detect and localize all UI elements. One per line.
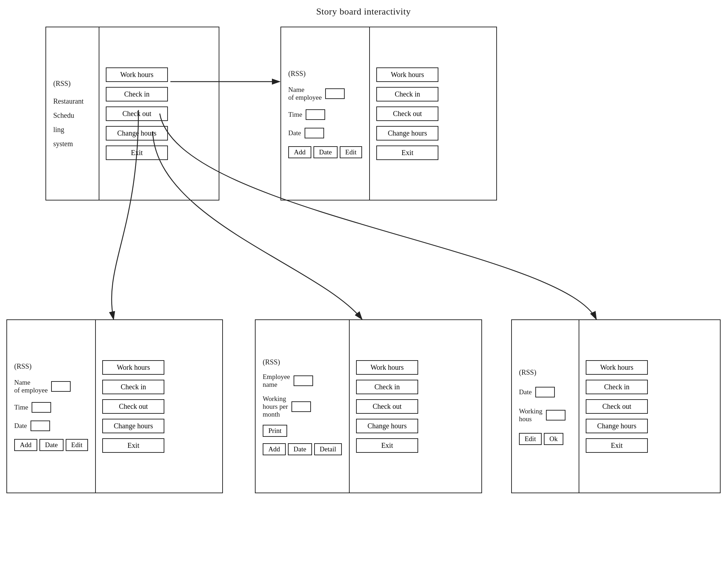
screen-main-title2: Schedu	[53, 111, 74, 120]
btn-print[interactable]: Print	[263, 425, 287, 437]
field-time-label: Time	[288, 111, 302, 119]
field-name-label: Nameof employee	[288, 86, 322, 101]
screen-workhours: (RSS) Date Workinghous Edit Ok Work hour…	[511, 319, 721, 493]
btn-check-in-1[interactable]: Check in	[106, 87, 168, 101]
screen-checkout-left: (RSS) Nameof employee Time Date Add Date…	[7, 320, 96, 493]
field-empname-label: Employeename	[263, 373, 290, 389]
field-workhours-box[interactable]	[291, 401, 311, 412]
btn-exit-5[interactable]: Exit	[586, 438, 648, 453]
field-date-label: Date	[288, 129, 301, 137]
field-name2-box[interactable]	[51, 381, 71, 392]
screen-workhours-rss: (RSS)	[519, 368, 536, 377]
screen-changehours-rss: (RSS)	[263, 357, 280, 367]
field-empname-box[interactable]	[294, 375, 313, 386]
btn-work-hours-4[interactable]: Work hours	[356, 360, 418, 375]
field-date-box[interactable]	[305, 128, 324, 138]
btn-check-out-4[interactable]: Check out	[356, 399, 418, 414]
field-time-box[interactable]	[306, 109, 325, 120]
workhours-action-btns: Edit Ok	[519, 433, 563, 445]
btn-check-in-4[interactable]: Check in	[356, 380, 418, 394]
field-date3-box[interactable]	[535, 387, 555, 397]
screen-checkout-right: Work hours Check in Check out Change hou…	[96, 320, 171, 493]
field-date2-box[interactable]	[31, 421, 50, 431]
field-name-row: Nameof employee	[288, 86, 345, 101]
screen-main-rss: (RSS)	[53, 79, 71, 88]
field-date2-label: Date	[14, 422, 27, 430]
screen-checkin-left: (RSS) Nameof employee Time Date Add Date…	[281, 27, 370, 200]
btn-check-out-1[interactable]: Check out	[106, 106, 168, 121]
field-workhours-row: Workinghours permonth	[263, 395, 311, 418]
btn-change-hours-2[interactable]: Change hours	[376, 126, 438, 141]
screen-checkin: (RSS) Nameof employee Time Date Add Date…	[280, 27, 497, 200]
btn-add-4[interactable]: Add	[263, 443, 286, 455]
btn-check-in-3[interactable]: Check in	[102, 380, 164, 394]
btn-change-hours-1[interactable]: Change hours	[106, 126, 168, 141]
field-date-row: Date	[288, 128, 324, 138]
screen-checkin-rss: (RSS)	[288, 69, 306, 78]
btn-date-3[interactable]: Date	[39, 439, 64, 451]
btn-work-hours-5[interactable]: Work hours	[586, 360, 648, 375]
field-workinghous-box[interactable]	[546, 410, 565, 421]
screen-checkin-right: Work hours Check in Check out Change hou…	[370, 27, 445, 200]
btn-ok-5[interactable]: Ok	[544, 433, 563, 445]
btn-check-out-5[interactable]: Check out	[586, 399, 648, 414]
btn-date-2[interactable]: Date	[313, 146, 338, 158]
screen-checkout: (RSS) Nameof employee Time Date Add Date…	[6, 319, 223, 493]
btn-edit-5[interactable]: Edit	[519, 433, 542, 445]
field-empname-row: Employeename	[263, 373, 313, 389]
btn-exit-3[interactable]: Exit	[102, 438, 164, 453]
screen-changehours: (RSS) Employeename Workinghours permonth…	[255, 319, 482, 493]
btn-add-2[interactable]: Add	[288, 146, 311, 158]
btn-check-in-5[interactable]: Check in	[586, 380, 648, 394]
field-name-box[interactable]	[325, 88, 345, 99]
field-date3-label: Date	[519, 388, 532, 396]
screen-workhours-right: Work hours Check in Check out Change hou…	[579, 320, 654, 493]
screen-checkout-rss: (RSS)	[14, 362, 32, 371]
screen-main-right: Work hours Check in Check out Change hou…	[99, 27, 174, 200]
screen-main-title4: system	[53, 139, 73, 148]
field-workinghous-label: Workinghous	[519, 407, 542, 423]
btn-work-hours-1[interactable]: Work hours	[106, 67, 168, 82]
btn-check-in-2[interactable]: Check in	[376, 87, 438, 101]
field-time-row: Time	[288, 109, 325, 120]
btn-check-out-2[interactable]: Check out	[376, 106, 438, 121]
page-title: Story board interactivity	[0, 0, 727, 17]
btn-add-3[interactable]: Add	[14, 439, 37, 451]
field-time2-label: Time	[14, 403, 28, 411]
btn-exit-1[interactable]: Exit	[106, 145, 168, 160]
checkout-action-btns: Add Date Edit	[14, 439, 88, 451]
field-date3-row: Date	[519, 387, 555, 397]
screen-workhours-left: (RSS) Date Workinghous Edit Ok	[512, 320, 579, 493]
btn-change-hours-4[interactable]: Change hours	[356, 419, 418, 433]
screen-main: (RSS) Restaurant Schedu ling system Work…	[45, 27, 219, 200]
screen-main-title3: ling	[53, 125, 64, 134]
field-workhours-label: Workinghours permonth	[263, 395, 288, 418]
btn-work-hours-3[interactable]: Work hours	[102, 360, 164, 375]
btn-date-4[interactable]: Date	[288, 443, 312, 455]
btn-check-out-3[interactable]: Check out	[102, 399, 164, 414]
field-time2-box[interactable]	[32, 402, 51, 413]
screen-changehours-left: (RSS) Employeename Workinghours permonth…	[256, 320, 350, 493]
screen-main-left: (RSS) Restaurant Schedu ling system	[46, 27, 99, 200]
btn-edit-3[interactable]: Edit	[66, 439, 88, 451]
screen-main-title: Restaurant	[53, 97, 84, 106]
btn-detail-4[interactable]: Detail	[314, 443, 342, 455]
screen-changehours-right: Work hours Check in Check out Change hou…	[350, 320, 425, 493]
changehours-action-btns: Add Date Detail	[263, 443, 342, 455]
field-name2-label: Nameof employee	[14, 379, 48, 394]
btn-edit-2[interactable]: Edit	[340, 146, 362, 158]
checkin-action-btns: Add Date Edit	[288, 146, 362, 158]
field-workinghous-row: Workinghous	[519, 407, 565, 423]
field-date2-row: Date	[14, 421, 50, 431]
field-name2-row: Nameof employee	[14, 379, 71, 394]
field-time2-row: Time	[14, 402, 51, 413]
btn-change-hours-5[interactable]: Change hours	[586, 419, 648, 433]
btn-change-hours-3[interactable]: Change hours	[102, 419, 164, 433]
btn-work-hours-2[interactable]: Work hours	[376, 67, 438, 82]
btn-exit-2[interactable]: Exit	[376, 145, 438, 160]
btn-exit-4[interactable]: Exit	[356, 438, 418, 453]
